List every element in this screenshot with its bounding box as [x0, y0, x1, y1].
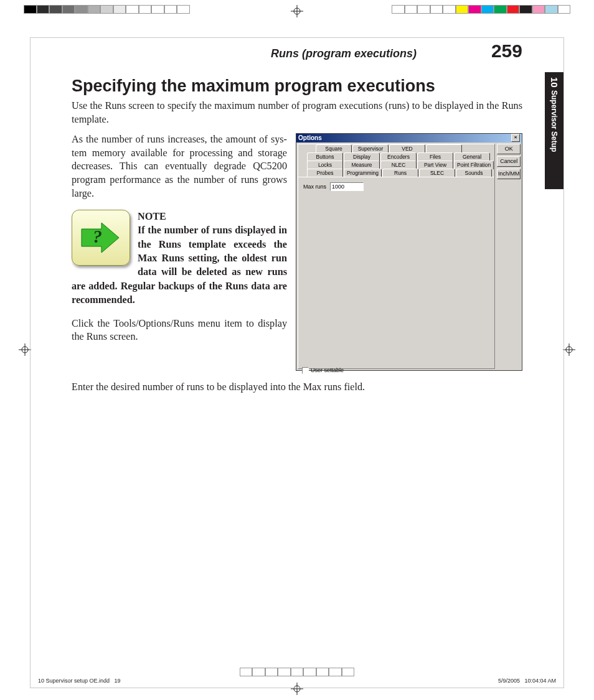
tab-programming[interactable]: Programming [344, 169, 382, 177]
swatch [139, 5, 152, 14]
swatch [113, 5, 126, 14]
max-runs-label: Max runs [303, 184, 326, 190]
page-title: Specifying the maximum program execution… [72, 77, 522, 96]
page-frame: Runs (program executions) 259 10 Supervi… [30, 37, 564, 688]
tab-general[interactable]: General [454, 152, 490, 161]
dialog-title: Options [298, 134, 322, 141]
tab-display[interactable]: Display [344, 152, 380, 161]
tab-locks[interactable]: Locks [307, 161, 343, 169]
page-number: 259 [491, 40, 522, 62]
registration-mark-icon [19, 343, 31, 356]
swatch [519, 5, 532, 14]
swatch [342, 668, 355, 676]
tab-ved[interactable]: VED [389, 144, 425, 153]
swatch [265, 668, 278, 676]
dialog-titlebar: Options × [296, 134, 522, 142]
tab-square[interactable]: Square [316, 144, 352, 153]
user-settable-checkbox[interactable]: User settable [302, 367, 344, 374]
swatch [62, 5, 75, 14]
paragraph: Use the Runs screen to specify the maxim… [72, 100, 522, 127]
tab-supervisor[interactable]: Supervisor [352, 144, 389, 153]
print-bottom-bar [0, 668, 594, 676]
tab-probes[interactable]: Probes [307, 169, 343, 177]
tab-rows: SquareSupervisorVEDButtonsDisplayEncoder… [298, 144, 494, 177]
tab-row: ProbesProgrammingRunsSLECSounds [307, 169, 494, 177]
options-dialog: Options × SquareSupervisorVEDButtonsDisp… [296, 133, 522, 371]
ok-button[interactable]: OK [497, 144, 521, 154]
swatch [177, 5, 190, 14]
close-icon[interactable]: × [511, 134, 520, 142]
swatch [75, 5, 88, 14]
swatch [481, 5, 494, 14]
footer-file: 10 Supervisor setup OE.indd 19 [38, 678, 121, 684]
checkbox-icon[interactable] [302, 367, 309, 374]
swatch [303, 668, 316, 676]
chapter-name: Supervisor Setup [550, 90, 559, 152]
swatch [316, 668, 329, 676]
swatch [545, 5, 558, 14]
swatch [443, 5, 456, 14]
swatch [240, 668, 253, 676]
swatch [49, 5, 62, 14]
swatch [468, 5, 481, 14]
checkbox-label: User settable [311, 367, 344, 373]
page-footer: 10 Supervisor setup OE.indd 19 5/9/2005 … [38, 678, 556, 684]
cancel-button[interactable]: Cancel [497, 156, 521, 167]
footer-datetime: 5/9/2005 10:04:04 AM [498, 678, 556, 684]
tab-row: LocksMeasureNLECPart ViewPoint Filtratio… [307, 161, 494, 169]
swatch [405, 5, 418, 14]
tab-empty[interactable] [426, 144, 462, 153]
swatch [430, 5, 443, 14]
paragraph: Click the Tools/Options/Runs menu item t… [72, 317, 287, 345]
swatch [151, 5, 164, 14]
tab-files[interactable]: Files [417, 152, 453, 161]
swatch [278, 668, 291, 676]
swatch [417, 5, 430, 14]
tab-runs[interactable]: Runs [382, 169, 418, 177]
svg-text:?: ? [93, 226, 102, 246]
swatch [37, 5, 50, 14]
tab-part-view[interactable]: Part View [417, 161, 453, 169]
note-label: NOTE [138, 211, 166, 222]
swatch [24, 5, 37, 14]
swatch [291, 668, 304, 676]
swatch [532, 5, 545, 14]
swatch [164, 5, 177, 14]
note-icon: ? [72, 210, 130, 266]
chapter-number: 10 [549, 77, 560, 88]
swatch [494, 5, 507, 14]
tab-nlec[interactable]: NLEC [380, 161, 417, 169]
registration-mark-icon [291, 5, 303, 17]
tab-slec[interactable]: SLEC [419, 169, 455, 177]
registration-mark-icon [563, 343, 575, 356]
swatch [252, 668, 265, 676]
paragraph: Enter the desired number of runs to be d… [72, 381, 522, 394]
chapter-tab: 10 Supervisor Setup [545, 72, 563, 189]
dialog-button-column: OKCancelInch/MM [497, 144, 521, 369]
swatch [392, 5, 405, 14]
tab-measure[interactable]: Measure [344, 161, 380, 169]
swatch [126, 5, 139, 14]
section-title: Runs (program executions) [72, 47, 491, 60]
tab-row: ButtonsDisplayEncodersFilesGeneral [307, 152, 494, 161]
tab-encoders[interactable]: Encoders [380, 152, 417, 161]
swatch [558, 5, 571, 14]
inch-mm-button[interactable]: Inch/MM [497, 169, 521, 179]
tab-sounds[interactable]: Sounds [456, 169, 492, 177]
swatch [100, 5, 113, 14]
swatch [88, 5, 101, 14]
swatch [329, 668, 342, 676]
runs-tab-panel: Max runs User settable [298, 177, 494, 378]
swatch [456, 5, 469, 14]
print-color-bar [392, 5, 570, 14]
paragraph: As the number of runs increases, the amo… [72, 133, 287, 201]
tab-buttons[interactable]: Buttons [307, 152, 343, 161]
print-grayscale-bar [24, 5, 190, 14]
max-runs-input[interactable] [330, 182, 364, 191]
swatch [507, 5, 520, 14]
tab-point-filtration[interactable]: Point Filtration [454, 161, 494, 169]
page-header: Runs (program executions) 259 [72, 40, 522, 62]
tab-row: SquareSupervisorVED [316, 144, 494, 152]
